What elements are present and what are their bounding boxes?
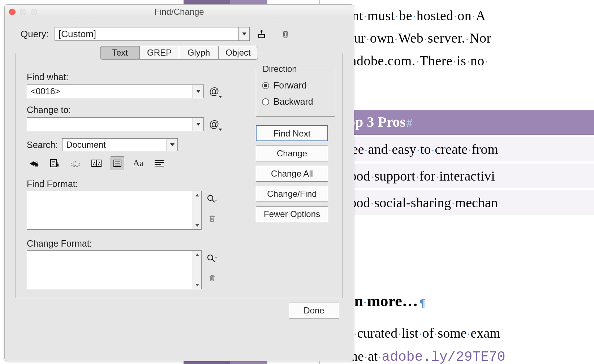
delete-query-icon[interactable] xyxy=(279,28,292,40)
find-what-label: Find what: xyxy=(27,72,218,82)
find-format-label: Find Format: xyxy=(27,179,218,189)
special-chars-find-icon[interactable]: @ xyxy=(209,86,219,97)
find-what-input[interactable]: <0016> xyxy=(27,84,204,98)
scroll-up-icon[interactable] xyxy=(193,191,202,199)
search-scope-label: Search: xyxy=(27,140,58,150)
svg-text:T: T xyxy=(215,256,218,261)
direction-legend: Direction xyxy=(261,64,299,74)
svg-line-23 xyxy=(212,259,215,262)
query-select[interactable]: [Custom] xyxy=(55,27,250,41)
table-header-row[interactable]: Top 3 Pros# xyxy=(317,110,594,135)
options-panel: Find what: <0016> @ Change to: @ Search: xyxy=(16,53,343,298)
svg-rect-2 xyxy=(51,160,56,167)
change-find-button[interactable]: Change/Find xyxy=(256,186,328,202)
minimize-window-button[interactable] xyxy=(20,9,26,15)
find-next-button[interactable]: Find Next xyxy=(256,125,328,141)
chevron-down-icon[interactable] xyxy=(167,139,177,151)
svg-text:A: A xyxy=(93,161,96,166)
clear-find-format-icon[interactable] xyxy=(206,212,218,225)
tab-text[interactable]: Text xyxy=(100,46,140,60)
chevron-down-icon[interactable] xyxy=(238,27,249,40)
table-row[interactable]: Good·social-sharing·mechan xyxy=(317,188,594,215)
end-of-cell-marker: # xyxy=(405,116,412,129)
change-all-button[interactable]: Change All xyxy=(256,166,328,182)
scroll-up-icon[interactable] xyxy=(193,251,202,259)
direction-backward-radio[interactable]: Backward xyxy=(262,94,329,110)
table-row[interactable]: Free·and·easy·to·create·from xyxy=(317,135,594,161)
svg-rect-0 xyxy=(259,34,264,38)
fewer-options-button[interactable]: Fewer Options xyxy=(256,206,328,222)
clear-change-format-icon[interactable] xyxy=(206,272,218,284)
svg-rect-6 xyxy=(56,164,59,166)
include-locked-stories-icon[interactable] xyxy=(48,156,61,170)
dialog-titlebar[interactable]: Find/Change xyxy=(5,5,354,19)
change-button[interactable]: Change xyxy=(256,146,328,161)
svg-rect-1 xyxy=(35,164,38,166)
table-row[interactable]: Good·support·for·interactivi xyxy=(317,161,594,188)
special-chars-change-icon[interactable]: @ xyxy=(209,118,219,130)
find-format-box[interactable] xyxy=(27,191,202,230)
query-label: Query: xyxy=(21,29,49,40)
whole-word-icon[interactable] xyxy=(152,156,166,170)
pilcrow-icon: ¶ xyxy=(418,296,425,308)
tab-object[interactable]: Object xyxy=(218,46,258,60)
close-window-button[interactable] xyxy=(9,9,16,15)
case-sensitive-icon[interactable]: Aa xyxy=(132,156,145,170)
include-hidden-layers-icon[interactable] xyxy=(69,156,82,170)
chevron-down-icon[interactable] xyxy=(193,118,203,131)
svg-text:T: T xyxy=(215,197,218,202)
radio-unselected-icon xyxy=(262,98,269,105)
svg-line-20 xyxy=(212,200,215,202)
scrollbar[interactable] xyxy=(193,191,201,229)
mode-tabbar: Text GREP Glyph Object xyxy=(5,46,354,60)
search-scope-select[interactable]: Document xyxy=(62,138,178,151)
change-to-input[interactable] xyxy=(27,117,204,131)
scrollbar[interactable] xyxy=(193,251,201,289)
tab-grep[interactable]: GREP xyxy=(139,46,179,60)
direction-forward-radio[interactable]: Forward xyxy=(262,77,329,94)
svg-text:A: A xyxy=(98,161,101,166)
scroll-down-icon[interactable] xyxy=(193,221,202,229)
find-change-dialog: Find/Change Query: [Custom] Text GREP Gl… xyxy=(4,4,354,361)
change-to-label: Change to: xyxy=(27,105,218,115)
include-locked-layers-icon[interactable] xyxy=(27,156,40,170)
tab-glyph[interactable]: Glyph xyxy=(179,46,219,60)
chevron-down-icon[interactable] xyxy=(193,85,203,98)
include-master-pages-icon[interactable]: AA xyxy=(90,156,103,170)
include-footnotes-icon[interactable] xyxy=(111,156,124,170)
change-format-box[interactable] xyxy=(27,250,202,289)
radio-selected-icon xyxy=(262,82,269,89)
pros-table[interactable]: Top 3 Pros# Free·and·easy·to·create·from… xyxy=(317,110,594,215)
direction-group: Direction Forward Backward xyxy=(256,69,335,117)
specify-find-format-icon[interactable]: T xyxy=(206,193,218,205)
dialog-title: Find/Change xyxy=(154,7,204,17)
zoom-window-button[interactable] xyxy=(31,9,37,15)
done-button[interactable]: Done xyxy=(289,303,339,318)
specify-change-format-icon[interactable]: T xyxy=(206,252,218,265)
change-format-label: Change Format: xyxy=(27,238,218,249)
save-query-icon[interactable] xyxy=(255,28,268,40)
bullet-line-2: line·at·adobe.ly/29TE70 xyxy=(343,345,505,364)
scope-toggle-row: AA Aa xyxy=(27,156,218,170)
svg-point-19 xyxy=(208,195,213,200)
scroll-down-icon[interactable] xyxy=(193,281,202,289)
svg-point-22 xyxy=(208,255,213,260)
